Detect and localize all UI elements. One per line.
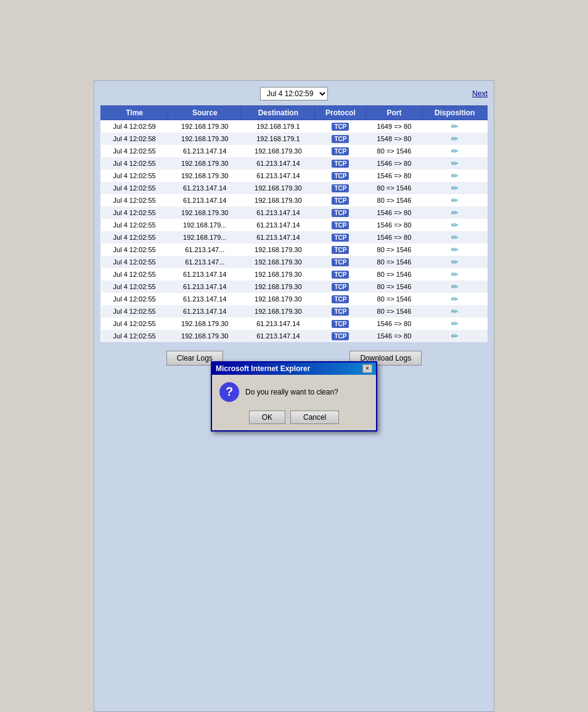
cell-time: Jul 4 12:02:58 (101, 133, 168, 145)
table-row: Jul 4 12:02:5561.213.147...192.168.179.3… (101, 256, 488, 268)
modal-buttons: OK Cancel (212, 407, 376, 430)
next-link[interactable]: Next (472, 89, 488, 98)
cell-destination: 61.213.147.14 (242, 231, 315, 243)
cell-port: 80 => 1546 (366, 243, 422, 256)
modal-question-icon: ? (219, 382, 239, 402)
cell-protocol: TCP (315, 207, 366, 219)
cell-time: Jul 4 12:02:55 (101, 280, 168, 293)
check-icon: ✏ (451, 171, 459, 181)
date-select[interactable]: Jul 4 12:02:59 (260, 87, 328, 100)
table-row: Jul 4 12:02:5561.213.147.14192.168.179.3… (101, 268, 488, 280)
cell-disposition: ✏ (422, 120, 488, 133)
tcp-badge: TCP (332, 308, 349, 316)
cell-protocol: TCP (315, 219, 366, 231)
cell-port: 80 => 1546 (366, 305, 422, 317)
check-icon: ✏ (451, 245, 459, 255)
table-row: Jul 4 12:02:55192.168.179.3061.213.147.1… (101, 207, 488, 219)
table-header-row: Time Source Destination Protocol Port Di… (101, 106, 488, 120)
cell-disposition: ✏ (422, 293, 488, 305)
col-source: Source (168, 106, 242, 120)
cell-port: 80 => 1546 (366, 182, 422, 194)
cell-protocol: TCP (315, 293, 366, 305)
col-port: Port (366, 106, 422, 120)
table-row: Jul 4 12:02:55192.168.179.3061.213.147.1… (101, 157, 488, 170)
modal-title-bar: Microsoft Internet Explorer × (212, 362, 376, 375)
cell-disposition: ✏ (422, 317, 488, 330)
tcp-badge: TCP (332, 135, 349, 143)
cell-destination: 61.213.147.14 (242, 157, 315, 170)
cell-source: 61.213.147.14 (168, 268, 242, 280)
cell-source: 192.168.179... (168, 231, 242, 243)
table-row: Jul 4 12:02:58192.168.179.30192.168.179.… (101, 133, 488, 145)
cell-port: 1548 => 80 (366, 133, 422, 145)
cell-time: Jul 4 12:02:55 (101, 157, 168, 170)
check-icon: ✏ (451, 232, 459, 242)
cell-disposition: ✏ (422, 330, 488, 342)
cell-port: 80 => 1546 (366, 268, 422, 280)
check-icon: ✏ (451, 146, 459, 156)
check-icon: ✏ (451, 134, 459, 144)
tcp-badge: TCP (332, 123, 349, 131)
cell-disposition: ✏ (422, 219, 488, 231)
cell-source: 192.168.179.30 (168, 120, 242, 133)
col-protocol: Protocol (315, 106, 366, 120)
cell-source: 61.213.147.14 (168, 305, 242, 317)
date-select-wrapper: Jul 4 12:02:59 (229, 87, 358, 100)
tcp-badge: TCP (332, 295, 349, 303)
cell-port: 1546 => 80 (366, 330, 422, 342)
cell-disposition: ✏ (422, 305, 488, 317)
modal-cancel-button[interactable]: Cancel (290, 411, 339, 424)
cell-time: Jul 4 12:02:55 (101, 219, 168, 231)
cell-port: 80 => 1546 (366, 280, 422, 293)
cell-time: Jul 4 12:02:55 (101, 145, 168, 157)
cell-protocol: TCP (315, 268, 366, 280)
table-row: Jul 4 12:02:5561.213.147.14192.168.179.3… (101, 145, 488, 157)
cell-port: 1546 => 80 (366, 219, 422, 231)
tcp-badge: TCP (332, 172, 349, 180)
table-row: Jul 4 12:02:55192.168.179.3061.213.147.1… (101, 170, 488, 182)
table-row: Jul 4 12:02:5561.213.147.14192.168.179.3… (101, 182, 488, 194)
cell-destination: 192.168.179.30 (242, 293, 315, 305)
check-icon: ✏ (451, 183, 459, 193)
cell-destination: 192.168.179.30 (242, 280, 315, 293)
cell-destination: 192.168.179.30 (242, 243, 315, 256)
cell-destination: 61.213.147.14 (242, 317, 315, 330)
check-icon: ✏ (451, 294, 459, 304)
cell-protocol: TCP (315, 133, 366, 145)
cell-destination: 61.213.147.14 (242, 219, 315, 231)
table-row: Jul 4 12:02:59192.168.179.30192.168.179.… (101, 120, 488, 133)
cell-port: 80 => 1546 (366, 194, 422, 207)
cell-destination: 192.168.179.30 (242, 182, 315, 194)
cell-destination: 61.213.147.14 (242, 330, 315, 342)
cell-protocol: TCP (315, 317, 366, 330)
table-row: Jul 4 12:02:5561.213.147.14192.168.179.3… (101, 293, 488, 305)
cell-protocol: TCP (315, 120, 366, 133)
cell-port: 1546 => 80 (366, 157, 422, 170)
cell-destination: 192.168.179.30 (242, 256, 315, 268)
check-icon: ✏ (451, 306, 459, 316)
tcp-badge: TCP (332, 209, 349, 217)
cell-disposition: ✏ (422, 243, 488, 256)
cell-source: 192.168.179.30 (168, 157, 242, 170)
cell-destination: 192.168.179.1 (242, 120, 315, 133)
cell-disposition: ✏ (422, 280, 488, 293)
cell-port: 1546 => 80 (366, 207, 422, 219)
cell-source: 192.168.179.30 (168, 170, 242, 182)
cell-protocol: TCP (315, 330, 366, 342)
tcp-badge: TCP (332, 283, 349, 291)
modal-close-button[interactable]: × (362, 364, 372, 373)
tcp-badge: TCP (332, 221, 349, 229)
cell-disposition: ✏ (422, 268, 488, 280)
cell-protocol: TCP (315, 145, 366, 157)
table-row: Jul 4 12:02:55192.168.179...61.213.147.1… (101, 219, 488, 231)
cell-source: 61.213.147.14 (168, 145, 242, 157)
check-icon: ✏ (451, 195, 459, 205)
cell-source: 61.213.147.14 (168, 293, 242, 305)
tcp-badge: TCP (332, 271, 349, 279)
cell-destination: 192.168.179.30 (242, 194, 315, 207)
modal-dialog: Microsoft Internet Explorer × ? Do you r… (211, 361, 377, 432)
tcp-badge: TCP (332, 320, 349, 328)
cell-destination: 192.168.179.30 (242, 305, 315, 317)
modal-ok-button[interactable]: OK (249, 411, 285, 424)
check-icon: ✏ (451, 220, 459, 230)
